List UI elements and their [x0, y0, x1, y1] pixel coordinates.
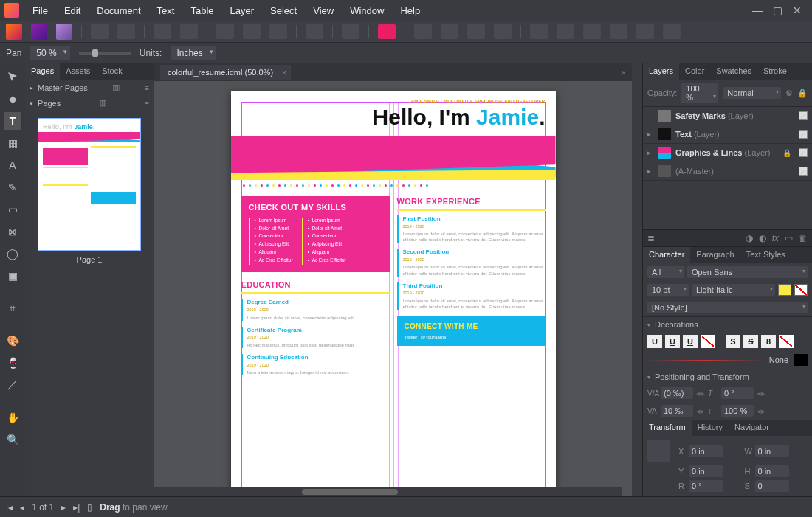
visibility-checkbox[interactable]: ✓: [799, 167, 808, 176]
toolbar-button[interactable]: [269, 24, 287, 39]
toolbar-button[interactable]: [557, 24, 574, 39]
ellipse-tool-icon[interactable]: ◯: [4, 245, 21, 263]
s-field[interactable]: 0: [755, 480, 789, 492]
next-page-icon[interactable]: ▸: [61, 502, 66, 513]
underline2-btn[interactable]: U: [665, 335, 680, 348]
toolbar-button[interactable]: [91, 24, 109, 39]
toolbar-button[interactable]: [610, 24, 627, 39]
frame-text-tool-icon[interactable]: T: [4, 112, 21, 130]
delete-layer-icon[interactable]: 🗑: [799, 233, 808, 243]
decorations-header[interactable]: Decorations: [643, 316, 812, 332]
underline-btn[interactable]: U: [647, 335, 662, 348]
pages-add-icon[interactable]: ▥: [112, 83, 120, 92]
underline3-btn[interactable]: U: [683, 335, 698, 348]
tab-color[interactable]: Color: [679, 63, 710, 80]
vector-brush-tool-icon[interactable]: ／: [4, 376, 21, 394]
tab-paragraph[interactable]: Paragraph: [690, 247, 740, 263]
persona-designer-icon[interactable]: [56, 24, 72, 40]
toolbar-button[interactable]: [306, 24, 323, 39]
r-field[interactable]: 0 °: [689, 480, 723, 492]
page[interactable]: JAMIE SMITH | MULTIMEDIA SPECIALIST AND …: [231, 91, 556, 496]
vertical-scrollbar[interactable]: [632, 63, 642, 496]
table-tool-icon[interactable]: ▦: [4, 134, 21, 152]
zoom-tool-icon[interactable]: 🔍: [4, 431, 21, 448]
font-family-dropdown[interactable]: Open Sans: [687, 266, 808, 278]
master-pages-header[interactable]: ▸ Master Pages ▥ ≡: [25, 80, 154, 95]
menu-document[interactable]: Document: [89, 2, 148, 19]
tab-character[interactable]: Character: [643, 247, 690, 263]
menu-file[interactable]: File: [25, 2, 55, 19]
pages-options-icon[interactable]: ≡: [145, 83, 149, 92]
visibility-checkbox[interactable]: ✓: [799, 130, 808, 139]
menu-layer[interactable]: Layer: [223, 2, 262, 19]
toolbar-button[interactable]: [441, 24, 458, 39]
opacity-dropdown[interactable]: 100 %: [681, 83, 718, 103]
tab-pages[interactable]: Pages: [25, 63, 60, 80]
toolbar-button[interactable]: [243, 24, 261, 39]
tab-stroke[interactable]: Stroke: [757, 63, 793, 80]
toolbar-button[interactable]: [583, 24, 601, 39]
fx-icon[interactable]: fx: [772, 233, 779, 243]
transparency-tool-icon[interactable]: 🍷: [4, 354, 21, 372]
h-field[interactable]: 0 in: [755, 465, 789, 477]
tracking-field[interactable]: 10 ‰: [661, 405, 693, 417]
underline-none-btn[interactable]: [701, 335, 715, 348]
y-field[interactable]: 0 in: [689, 465, 723, 477]
positioning-header[interactable]: Positioning and Transform: [643, 369, 812, 384]
text-stroke-swatch[interactable]: [794, 284, 808, 296]
text-style-dropdown[interactable]: [No Style]: [647, 302, 808, 313]
pages-header[interactable]: ▾ Pages ▥ ≡: [25, 95, 154, 111]
page-thumbnail[interactable]: Hello, I'm Jamie.: [38, 118, 141, 251]
pan-tool-icon[interactable]: ✋: [4, 409, 21, 426]
menu-window[interactable]: Window: [343, 2, 391, 19]
pages-options-icon[interactable]: ≡: [145, 99, 149, 108]
tab-swatches[interactable]: Swatches: [710, 63, 757, 80]
tab-text-styles[interactable]: Text Styles: [740, 247, 791, 263]
menu-select[interactable]: Select: [263, 2, 304, 19]
toolbar-button[interactable]: [342, 24, 359, 39]
node-tool-icon[interactable]: ◆: [4, 90, 21, 108]
toolbar-button[interactable]: [636, 24, 654, 39]
zoom-dropdown[interactable]: 50 %: [30, 46, 69, 60]
tab-transform[interactable]: Transform: [643, 420, 692, 436]
toolbar-button[interactable]: [530, 24, 548, 39]
persona-publisher-icon[interactable]: [6, 24, 22, 40]
toolbar-button[interactable]: [663, 24, 681, 39]
tabs-close-all-icon[interactable]: ×: [622, 68, 626, 77]
mask-icon[interactable]: ◑: [746, 233, 753, 243]
document-tab[interactable]: colorful_resume.idml (50.0%) ×: [160, 65, 291, 80]
strike-none-btn[interactable]: [779, 335, 794, 348]
minimize-icon[interactable]: —: [752, 4, 763, 16]
close-icon[interactable]: ✕: [793, 4, 802, 16]
text-fill-swatch[interactable]: [778, 284, 791, 296]
layers-icon[interactable]: ≣: [647, 233, 655, 243]
pen-tool-icon[interactable]: ✎: [4, 178, 21, 196]
persona-photo-icon[interactable]: [31, 24, 47, 40]
maximize-icon[interactable]: ▢: [773, 4, 782, 16]
last-page-icon[interactable]: ▸|: [73, 502, 80, 513]
w-field[interactable]: 0 in: [755, 445, 789, 457]
strike2-btn[interactable]: S: [743, 335, 758, 348]
font-size-dropdown[interactable]: 10 pt: [647, 284, 689, 296]
units-dropdown[interactable]: Inches: [171, 46, 216, 60]
close-tab-icon[interactable]: ×: [282, 68, 286, 77]
menu-edit[interactable]: Edit: [57, 2, 88, 19]
prev-page-icon[interactable]: ◂: [20, 502, 24, 513]
move-tool-icon[interactable]: [4, 68, 21, 86]
layer-row[interactable]: ▸(A-Master)✓: [643, 162, 812, 181]
adjustment-icon[interactable]: ◐: [759, 233, 766, 243]
strike3-btn[interactable]: 8: [761, 335, 776, 348]
toolbar-button[interactable]: [467, 24, 485, 39]
layer-row[interactable]: ▸Text (Layer)✓: [643, 125, 812, 144]
tab-layers[interactable]: Layers: [643, 63, 679, 80]
picture-frame-tool-icon[interactable]: ⊠: [4, 223, 21, 240]
preflight-icon[interactable]: ▯: [87, 502, 92, 513]
lock-icon[interactable]: 🔒: [782, 149, 791, 157]
layer-row[interactable]: Safety Marks (Layer)✓: [643, 107, 812, 125]
strike-btn[interactable]: S: [726, 335, 740, 348]
toolbar-button[interactable]: [180, 24, 198, 39]
toolbar-button[interactable]: [117, 24, 135, 39]
toolbar-button[interactable]: [414, 24, 432, 39]
menu-table[interactable]: Table: [183, 2, 221, 19]
tab-assets[interactable]: Assets: [60, 63, 96, 80]
